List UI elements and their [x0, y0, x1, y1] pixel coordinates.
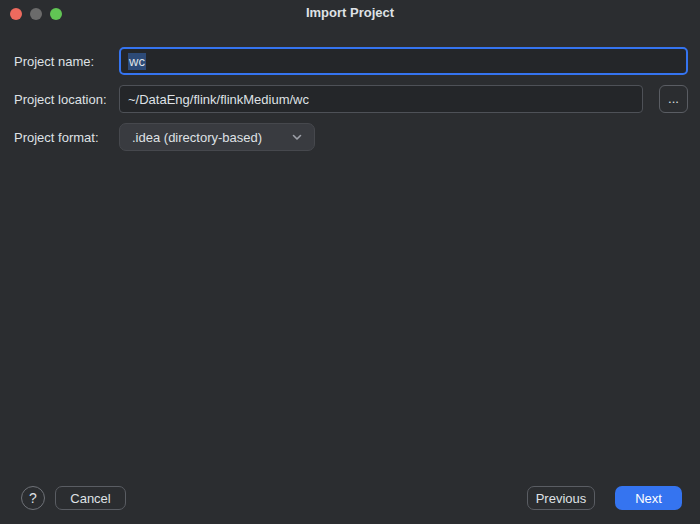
project-format-label: Project format:	[14, 130, 99, 145]
ellipsis-icon: ...	[668, 94, 679, 104]
project-format-value: .idea (directory-based)	[132, 130, 280, 145]
project-name-value: wc	[128, 53, 146, 70]
project-location-value: ~/DataEng/flink/flinkMedium/wc	[128, 92, 309, 107]
project-format-dropdown[interactable]: .idea (directory-based)	[119, 123, 315, 151]
project-name-input[interactable]: wc	[119, 47, 688, 75]
project-location-input[interactable]: ~/DataEng/flink/flinkMedium/wc	[119, 85, 643, 113]
project-name-label: Project name:	[14, 54, 94, 69]
cancel-button[interactable]: Cancel	[55, 486, 126, 510]
title-bar: Import Project	[0, 0, 700, 28]
project-location-label: Project location:	[14, 92, 107, 107]
chevron-down-icon	[290, 130, 304, 144]
question-mark-icon: ?	[29, 490, 37, 506]
window-title: Import Project	[0, 0, 700, 28]
next-button[interactable]: Next	[615, 486, 682, 510]
browse-location-button[interactable]: ...	[659, 85, 688, 113]
previous-button[interactable]: Previous	[527, 486, 595, 510]
help-button[interactable]: ?	[21, 486, 45, 510]
